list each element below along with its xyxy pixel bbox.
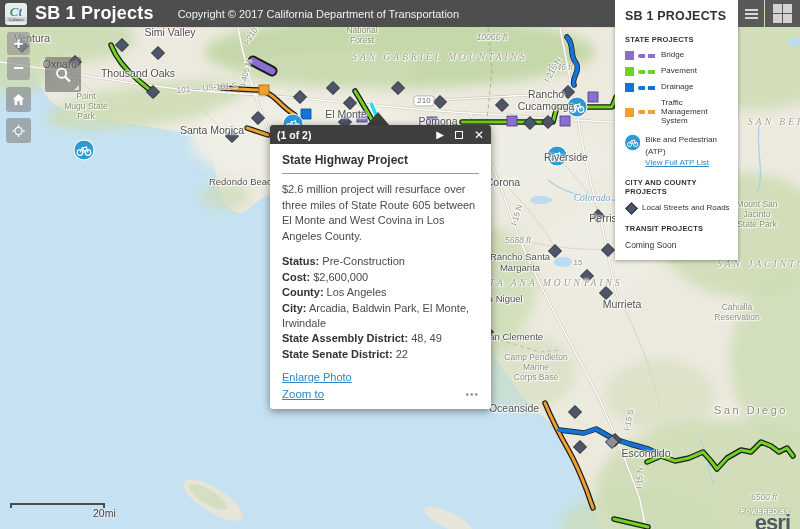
basemap-gallery-button[interactable] (765, 0, 800, 27)
sb1-projects-map-app: VenturaSimi ValleyThousand OaksOxnardPoi… (0, 0, 800, 529)
bike-marker[interactable] (547, 146, 567, 166)
field-county: County: Los Angeles (282, 285, 479, 300)
popup-pager: (1 of 2) (277, 129, 425, 141)
popup-description: $2.6 million project will resurface over… (282, 182, 479, 244)
bridge-point-marker[interactable] (507, 116, 517, 126)
popup-leader-triangle (366, 112, 390, 126)
legend-item-atp: Bike and Pedestrian (ATP) View Full ATP … (625, 134, 730, 168)
copyright-text: Copyright © 2017 California Department o… (178, 8, 459, 20)
locate-icon (12, 123, 25, 139)
field-senate-district: State Senate District: 22 (282, 347, 479, 362)
field-status: Status: Pre-Construction (282, 254, 479, 269)
bridge-line-icon (638, 54, 657, 58)
zoom-out-button[interactable]: − (7, 57, 30, 80)
legend-item-tms: Traffic Management System (625, 99, 730, 125)
view-atp-list-link[interactable]: View Full ATP List (645, 158, 709, 167)
legend-transit-heading: TRANSIT PROJECTS (625, 224, 730, 233)
drainage-line-icon (638, 86, 657, 90)
menu-button[interactable] (738, 0, 764, 27)
popup-footer: Zoom to ••• (270, 386, 491, 409)
page-title: SB 1 Projects (35, 3, 154, 24)
locate-button[interactable] (6, 118, 31, 143)
field-assembly-district: State Assembly District: 48, 49 (282, 331, 479, 346)
pavement-line-icon (638, 70, 657, 74)
legend-title: SB 1 PROJECTS (625, 9, 730, 23)
legend-item-drainage: Drainage (625, 83, 730, 92)
app-header: Ct Caltrans SB 1 Projects Copyright © 20… (0, 0, 615, 27)
legend-item-bridge: Bridge (625, 51, 730, 60)
home-icon (12, 92, 25, 107)
legend-item-pavement: Pavement (625, 67, 730, 76)
popup-body: State Highway Project $2.6 million proje… (270, 144, 491, 386)
tms-swatch-icon (625, 108, 634, 117)
zoom-to-link[interactable]: Zoom to (282, 388, 324, 400)
popup-close-button[interactable]: ✕ (474, 129, 484, 141)
popup-header[interactable]: (1 of 2) ▶ ✕ (270, 125, 491, 144)
popup-maximize-button[interactable] (455, 131, 463, 139)
resize-corner-icon (74, 85, 79, 90)
legend-city-heading: CITY AND COUNTY PROJECTS (625, 178, 730, 196)
bike-marker[interactable] (74, 140, 94, 160)
scale-bar (10, 503, 105, 508)
legend-item-local-streets: Local Streets and Roads (625, 203, 730, 214)
bridge-swatch-icon (625, 51, 634, 60)
search-button[interactable] (45, 57, 81, 92)
popup-title: State Highway Project (282, 153, 479, 174)
esri-logo: esri (741, 515, 790, 529)
pavement-swatch-icon (625, 67, 634, 76)
atp-label: Bike and Pedestrian (ATP) (645, 135, 717, 155)
bike-icon (625, 134, 640, 151)
tms-point-marker[interactable] (259, 85, 269, 95)
bridge-point-marker[interactable] (560, 116, 570, 126)
hamburger-icon (745, 9, 758, 11)
popup-more-options[interactable]: ••• (465, 389, 479, 400)
transit-coming-soon: Coming Soon (625, 240, 730, 250)
bike-marker[interactable] (567, 97, 587, 117)
bridge-point-marker[interactable] (588, 92, 598, 102)
drainage-swatch-icon (625, 83, 634, 92)
enlarge-photo-link[interactable]: Enlarge Photo (282, 371, 352, 383)
home-button[interactable] (6, 87, 31, 112)
popup-next-button[interactable]: ▶ (436, 130, 444, 140)
feature-popup: (1 of 2) ▶ ✕ State Highway Project $2.6 … (270, 125, 491, 409)
legend-panel: SB 1 PROJECTS STATE PROJECTS Bridge Pave… (615, 0, 738, 260)
drainage-point-marker[interactable] (301, 109, 311, 119)
maximize-icon (455, 131, 463, 139)
grid-icon (773, 4, 792, 23)
search-icon (52, 64, 74, 86)
tms-line-icon (638, 110, 657, 114)
legend-state-heading: STATE PROJECTS (625, 35, 730, 44)
diamond-icon (625, 202, 638, 215)
zoom-in-button[interactable]: + (7, 32, 30, 55)
esri-attribution: POWERED BY esri (741, 508, 790, 529)
field-cost: Cost: $2,600,000 (282, 270, 479, 285)
caltrans-logo: Ct Caltrans (5, 3, 27, 25)
scale-label: 20mi (93, 507, 116, 519)
field-city: City: Arcadia, Baldwin Park, El Monte, I… (282, 301, 479, 332)
